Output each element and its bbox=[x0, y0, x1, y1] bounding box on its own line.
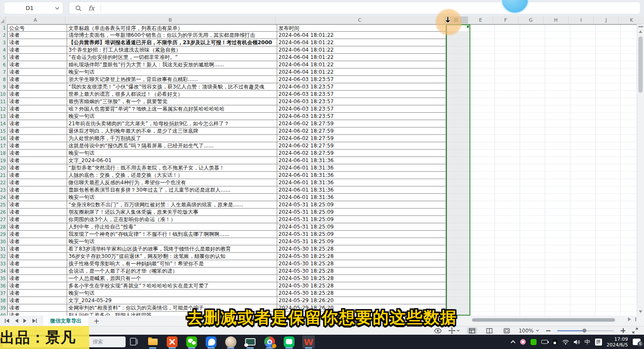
taskbar-app-blue[interactable] bbox=[205, 336, 217, 348]
sheet-tab-active[interactable]: 微信文章导出 bbox=[43, 316, 88, 326]
cell-title[interactable]: 看了83岁清华科学家和山区孩子的故事，我终于顿悟什么是最好的教育 bbox=[67, 245, 277, 253]
zoom-out-button[interactable] bbox=[546, 330, 550, 331]
taskbar-app-file-explorer[interactable] bbox=[146, 336, 159, 348]
cell-publish-time[interactable]: 2024-06-03 18:23:57 bbox=[277, 113, 446, 120]
cell-empty[interactable] bbox=[470, 142, 644, 150]
row-header-30[interactable]: 30 bbox=[0, 238, 7, 245]
cell-title[interactable]: 文字_2024-06-01 bbox=[67, 157, 277, 164]
cell-account[interactable]: 公众号 bbox=[7, 24, 67, 32]
cell-title[interactable]: 我发现了一个神奇的“存钱定律”！不服不行！钱到底去哪了啊啊啊...... bbox=[67, 231, 277, 238]
ime-grid-icon[interactable]: 拼 bbox=[595, 339, 602, 346]
cell-title[interactable]: “我的女友很漂亮！”小伙“爆改”毁容女孩，获3亿人点赞：顶级美貌，比不过有趣灵魂 bbox=[67, 83, 277, 91]
vertical-scrollbar-thumb[interactable] bbox=[638, 36, 643, 93]
cell-publish-time[interactable]: 2024-06-01 18:31:36 bbox=[277, 179, 446, 186]
column-header-H[interactable]: H bbox=[544, 16, 569, 24]
cell-account[interactable]: 读者 bbox=[7, 39, 67, 46]
row-header-1[interactable]: 1 bbox=[0, 24, 7, 32]
cell-account[interactable]: 读者 bbox=[7, 113, 67, 120]
cell-selected-column[interactable] bbox=[446, 142, 470, 150]
cell-selected-column[interactable] bbox=[446, 127, 470, 135]
cell-publish-time[interactable]: 2024-05-30 18:25:28 bbox=[277, 282, 446, 290]
taskbar-app-screenshare[interactable] bbox=[244, 336, 256, 348]
cell-account[interactable]: 读者 bbox=[7, 216, 67, 223]
cell-account[interactable]: 读者 bbox=[7, 127, 67, 135]
row-header-8[interactable]: 8 bbox=[0, 76, 7, 83]
row-header-28[interactable]: 28 bbox=[0, 223, 7, 231]
row-header-22[interactable]: 22 bbox=[0, 179, 7, 186]
flower-tray-icon[interactable] bbox=[520, 339, 526, 345]
cell-title[interactable]: 会说话，是一个人最了不起的才华（嘴笨的进） bbox=[67, 267, 277, 275]
name-box[interactable]: D1 bbox=[4, 2, 63, 14]
cell-account[interactable]: 读者 bbox=[7, 61, 67, 68]
cell-title[interactable]: 显眼包爸爸表演节目有多拼？30年过去了，过儿童节的还是这群人...... bbox=[67, 186, 277, 194]
cell-selected-column[interactable] bbox=[446, 209, 470, 216]
cell-publish-time[interactable]: 2024-05-31 18:25:09 bbox=[277, 231, 446, 238]
cell-publish-time[interactable]: 2024-06-01 18:31:36 bbox=[277, 186, 446, 194]
cell-publish-time[interactable]: 2024-05-29 18:26:20 bbox=[277, 297, 446, 304]
cell-empty[interactable] bbox=[470, 135, 644, 142]
cell-empty[interactable] bbox=[470, 76, 644, 83]
cell-account[interactable]: 读者 bbox=[7, 267, 67, 275]
cell-title[interactable]: “新型养老”突然流行：既不用去养老院，也不拖累子女，让人羡慕！ bbox=[67, 164, 277, 172]
cell-publish-time[interactable]: 2024-06-01 18:31:36 bbox=[277, 164, 446, 172]
cell-selected-column[interactable] bbox=[446, 194, 470, 201]
cell-title[interactable]: 文章标题（单击各表头可排序，列表右击有菜单） bbox=[67, 24, 277, 32]
page-break-view-button[interactable] bbox=[484, 327, 495, 334]
cell-account[interactable]: 读者 bbox=[7, 194, 67, 201]
cell-selected-column[interactable] bbox=[446, 164, 470, 172]
cell-title[interactable]: 你周围的这3个人，正在影响你的命运（准！） bbox=[67, 216, 277, 223]
cell-selected-column[interactable] bbox=[446, 135, 470, 142]
cell-account[interactable]: 读者 bbox=[7, 186, 67, 194]
row-header-21[interactable]: 21 bbox=[0, 172, 7, 179]
cell-selected-column[interactable] bbox=[446, 245, 470, 253]
cell-title[interactable]: 浙大学生聊天记录登上热搜第一，背后故事有点精彩...... bbox=[67, 76, 277, 83]
row-header-18[interactable]: 18 bbox=[0, 150, 7, 157]
cell-empty[interactable] bbox=[470, 194, 644, 201]
cell-account[interactable]: 读者 bbox=[7, 105, 67, 113]
cell-publish-time[interactable]: 2024-06-03 18:23:57 bbox=[277, 76, 446, 83]
horizontal-scrollbar-thumb[interactable] bbox=[472, 318, 615, 322]
split-handle[interactable] bbox=[638, 26, 643, 27]
select-all-corner[interactable] bbox=[0, 16, 6, 24]
cell-empty[interactable] bbox=[470, 209, 644, 216]
row-header-3[interactable]: 3 bbox=[0, 39, 7, 46]
taskbar-app-chrome[interactable] bbox=[263, 336, 276, 348]
cell-publish-time[interactable]: 2024-06-03 18:23:57 bbox=[277, 83, 446, 91]
cell-publish-time[interactable]: 2024-06-04 18:01:22 bbox=[277, 61, 446, 68]
cell-account[interactable]: 读者 bbox=[7, 54, 67, 61]
cell-empty[interactable] bbox=[470, 238, 644, 245]
cell-empty[interactable] bbox=[470, 61, 644, 68]
cell-title[interactable]: 一个人总是喊累，原因只有一个 bbox=[67, 275, 277, 282]
wifi-icon[interactable] bbox=[562, 339, 569, 345]
cell-selected-column[interactable] bbox=[446, 267, 470, 275]
cell-empty[interactable] bbox=[470, 39, 644, 46]
last-sheet-icon[interactable] bbox=[32, 319, 37, 323]
first-sheet-icon[interactable] bbox=[4, 319, 10, 323]
row-header-10[interactable]: 10 bbox=[0, 91, 7, 98]
cell-title[interactable]: “全身没8位数不出门”，百万级网红被封禁：人生最高级的炫富，原来是...... bbox=[67, 201, 277, 209]
cell-title[interactable]: 晚安一句话 bbox=[67, 68, 277, 76]
cell-publish-time[interactable]: 2024-05-30 18:25:28 bbox=[277, 260, 446, 267]
page-layout-view-button[interactable] bbox=[502, 327, 512, 334]
cell-account[interactable]: 读者 bbox=[7, 150, 67, 157]
cell-selected-column[interactable] bbox=[446, 98, 470, 105]
chevron-down-icon[interactable] bbox=[536, 329, 539, 332]
cell-account[interactable]: 读者 bbox=[7, 231, 67, 238]
cell-empty[interactable] bbox=[470, 290, 644, 297]
row-header-9[interactable]: 9 bbox=[0, 83, 7, 91]
column-header-I[interactable]: I bbox=[569, 16, 594, 24]
row-header-39[interactable]: 39 bbox=[0, 304, 7, 312]
cell-account[interactable]: 读者 bbox=[7, 46, 67, 54]
chevron-down-icon[interactable] bbox=[456, 329, 460, 332]
cell-empty[interactable] bbox=[470, 260, 644, 267]
cell-account[interactable]: 读者 bbox=[7, 98, 67, 105]
cell-empty[interactable] bbox=[470, 282, 644, 290]
cell-selected-column[interactable] bbox=[446, 54, 470, 61]
cell-publish-time[interactable]: 2024-06-04 18:01:22 bbox=[277, 39, 446, 46]
cell-account[interactable]: 读者 bbox=[7, 76, 67, 83]
next-sheet-icon[interactable] bbox=[23, 319, 27, 323]
row-header-2[interactable]: 2 bbox=[0, 32, 7, 39]
cell-selected-column[interactable] bbox=[446, 282, 470, 290]
cell-empty[interactable] bbox=[470, 113, 644, 120]
column-header-A[interactable]: A bbox=[6, 16, 65, 24]
